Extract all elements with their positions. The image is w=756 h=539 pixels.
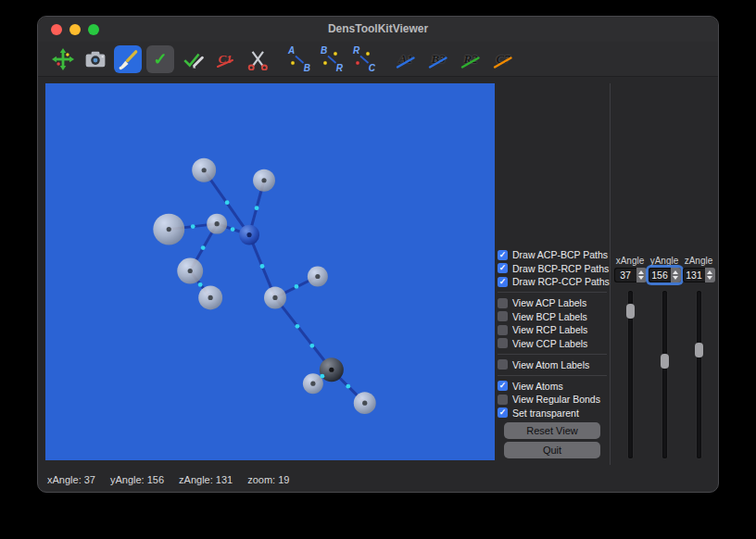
label-ccp-button[interactable]: C7 <box>489 45 517 73</box>
stepper-down-icon[interactable] <box>638 276 644 280</box>
checkbox-label: Draw ACP-BCP Paths <box>512 249 608 260</box>
path-bcp-rcp-button[interactable]: BR <box>318 45 346 73</box>
stepper-up-icon[interactable] <box>638 270 644 274</box>
xangle-stepper[interactable] <box>636 268 647 282</box>
status-item: zAngle: 131 <box>179 474 233 485</box>
paint-button[interactable] <box>114 45 142 73</box>
stepper-down-icon[interactable] <box>707 276 712 280</box>
quit-button[interactable]: Quit <box>504 442 600 458</box>
status-item: zoom: 19 <box>247 474 289 485</box>
checkbox-draw-acp-bcp-paths[interactable]: ✓Draw ACP-BCP Paths <box>498 248 607 261</box>
checkbox-label: View Atom Labels <box>512 359 589 370</box>
checkbox-view-regular-bonds[interactable]: View Regular Bonds <box>498 393 607 406</box>
checkbox-view-bcp-labels[interactable]: View BCP Labels <box>498 310 607 323</box>
unchecked-checkbox-icon[interactable] <box>498 325 508 335</box>
reset-view-button[interactable]: Reset View <box>504 422 600 439</box>
camera-icon <box>83 47 107 71</box>
unchecked-checkbox-icon[interactable] <box>498 338 508 348</box>
unchecked-checkbox-icon[interactable] <box>498 395 508 405</box>
checkbox-set-transparent[interactable]: ✓Set transparent <box>498 407 607 420</box>
move-cross-icon <box>51 47 75 71</box>
checkbox-label: View CCP Labels <box>512 338 587 349</box>
unchecked-checkbox-icon[interactable] <box>498 311 508 321</box>
yangle-spinbox[interactable]: 156 <box>649 268 681 282</box>
xangle-value: 37 <box>614 268 636 282</box>
window-title: DensToolKitViewer <box>38 17 718 42</box>
xangle-column: xAngle37 <box>613 256 647 458</box>
label-bcp-button[interactable]: B3 <box>424 45 452 73</box>
xangle-slider[interactable] <box>628 291 633 458</box>
checkbox-label: Draw RCP-CCP Paths <box>512 276 610 287</box>
group-separator <box>498 354 607 355</box>
stepper-up-icon[interactable] <box>673 270 678 274</box>
checked-checkbox-icon[interactable]: ✓ <box>498 250 508 260</box>
checkbox-label: View ACP Labels <box>512 297 586 308</box>
stepper-down-icon[interactable] <box>673 276 678 280</box>
cut-paths-button[interactable] <box>244 45 271 73</box>
panel-separator <box>610 83 611 465</box>
checked-checkbox-icon[interactable]: ✓ <box>498 407 508 418</box>
zangle-column: zAngle131 <box>682 256 715 458</box>
xangle-slider-handle[interactable] <box>626 304 635 319</box>
checked-checkbox-icon[interactable]: ✓ <box>498 277 508 287</box>
status-bar: xAngle: 37yAngle: 156zAngle: 131zoom: 19 <box>47 474 289 485</box>
pair-icon: BR <box>320 47 344 71</box>
close-button[interactable] <box>51 24 62 35</box>
group-separator <box>498 375 607 376</box>
yangle-slider[interactable] <box>662 291 667 458</box>
status-item: yAngle: 156 <box>110 474 164 485</box>
lettertag-icon: A1 <box>394 47 418 71</box>
path-rcp-ccp-button[interactable]: RC <box>350 45 378 73</box>
checkbox-draw-bcp-rcp-paths[interactable]: ✓Draw BCP-RCP Paths <box>498 262 607 275</box>
checkbox-label: View BCP Labels <box>512 311 587 322</box>
app-window: DensToolKitViewer ✓ C1 AB BR R <box>37 16 719 493</box>
pair-icon: AB <box>287 47 311 71</box>
label-rcp-button[interactable]: R2 <box>457 45 485 73</box>
zoom-button[interactable] <box>88 24 99 35</box>
yangle-column: yAngle156 <box>648 256 681 458</box>
apply-check-button[interactable]: ✓ <box>146 45 174 73</box>
snapshot-button[interactable] <box>82 45 109 73</box>
lettertag-icon: R2 <box>459 47 483 71</box>
checkbox-view-ccp-labels[interactable]: View CCP Labels <box>498 337 607 350</box>
titlebar: DensToolKitViewer <box>38 17 718 42</box>
edit-check-button[interactable] <box>179 45 207 73</box>
xangle-spinbox[interactable]: 37 <box>614 268 647 282</box>
pair-icon: RC <box>352 47 376 71</box>
molecule-svg <box>45 83 495 460</box>
minimize-button[interactable] <box>69 24 81 35</box>
scissors-icon <box>246 47 270 71</box>
label-acp-button[interactable]: A1 <box>392 45 420 73</box>
checked-checkbox-icon[interactable]: ✓ <box>498 263 508 273</box>
check-pen-icon <box>181 47 205 71</box>
checkbox-view-rcp-labels[interactable]: View RCP Labels <box>498 323 607 336</box>
check-icon: ✓ <box>148 47 172 71</box>
checkbox-view-acp-labels[interactable]: View ACP Labels <box>498 296 607 309</box>
zangle-slider[interactable] <box>697 291 701 458</box>
group-separator <box>498 292 607 293</box>
unchecked-checkbox-icon[interactable] <box>498 359 508 370</box>
status-item: xAngle: 37 <box>47 474 95 485</box>
lettertag-icon: B3 <box>426 47 450 71</box>
checkbox-view-atoms[interactable]: ✓View Atoms <box>498 380 607 393</box>
zangle-spinbox[interactable]: 131 <box>683 268 715 282</box>
controls-panel: ✓Draw ACP-BCP Paths✓Draw BCP-RCP Paths✓D… <box>498 83 607 460</box>
checkbox-label: View Regular Bonds <box>512 394 600 405</box>
checkbox-view-atom-labels[interactable]: View Atom Labels <box>498 358 607 371</box>
zangle-slider-handle[interactable] <box>695 343 703 357</box>
pan-tool-button[interactable] <box>49 45 77 73</box>
checked-checkbox-icon[interactable]: ✓ <box>498 381 508 391</box>
checkbox-draw-rcp-ccp-paths[interactable]: ✓Draw RCP-CCP Paths <box>498 275 607 288</box>
zangle-stepper[interactable] <box>705 268 715 282</box>
checkbox-groups: ✓Draw ACP-BCP Paths✓Draw BCP-RCP Paths✓D… <box>498 248 607 420</box>
zangle-value: 131 <box>683 268 705 282</box>
yangle-label: yAngle <box>650 256 679 266</box>
stepper-up-icon[interactable] <box>707 270 712 274</box>
path-acp-bcp-button[interactable]: AB <box>285 45 313 73</box>
brush-icon <box>116 47 140 71</box>
yangle-stepper[interactable] <box>671 268 681 282</box>
c1-tool-button[interactable]: C1 <box>211 45 239 73</box>
yangle-slider-handle[interactable] <box>661 354 669 369</box>
unchecked-checkbox-icon[interactable] <box>498 298 508 308</box>
molecule-viewport[interactable] <box>45 83 495 460</box>
